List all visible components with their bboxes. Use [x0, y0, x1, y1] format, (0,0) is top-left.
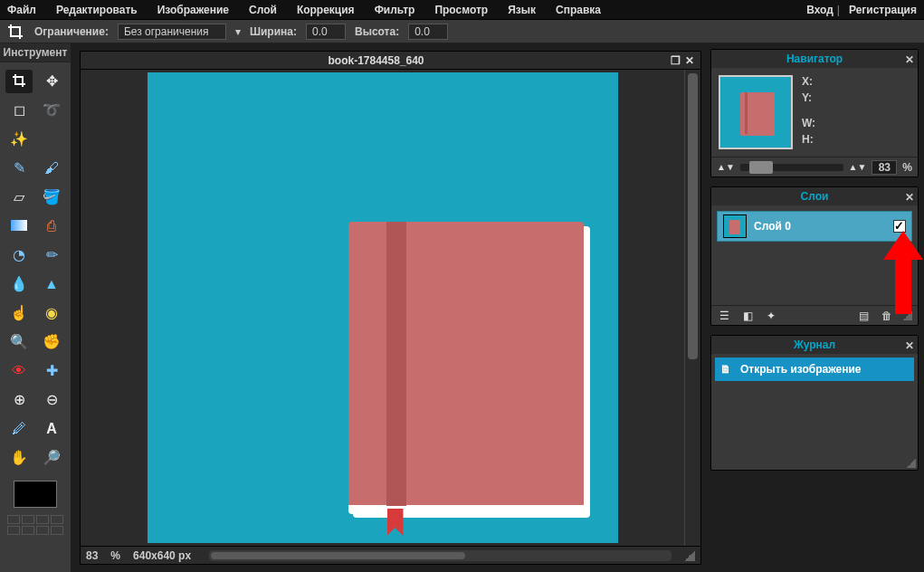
- tool-text[interactable]: A: [38, 417, 65, 441]
- smudge-icon: ☝: [10, 306, 28, 320]
- tool-replace-color[interactable]: ◔: [5, 243, 33, 267]
- tool-wand[interactable]: ✨: [5, 128, 33, 151]
- history-title: Журнал: [794, 338, 835, 351]
- register-link[interactable]: Регистрация: [849, 4, 917, 16]
- tool-bucket[interactable]: 🪣: [38, 186, 65, 209]
- height-input[interactable]: 0.0: [408, 24, 448, 40]
- tool-sharpen[interactable]: ▲: [38, 272, 65, 296]
- zoom-value: 83: [86, 549, 98, 562]
- layers-resize-grip-icon[interactable]: [903, 311, 912, 320]
- tool-marquee[interactable]: ◻: [5, 99, 33, 122]
- login-link[interactable]: Вход: [806, 4, 834, 16]
- tool-redeye[interactable]: 👁: [5, 359, 33, 383]
- menu-view[interactable]: Просмотр: [434, 4, 488, 16]
- menu-adjust[interactable]: Коррекция: [297, 4, 355, 16]
- document-window: book-1784458_640 ❐ ✕ 83: [80, 51, 701, 565]
- tool-heal[interactable]: ✚: [38, 359, 65, 383]
- tool-lasso[interactable]: ➰: [38, 99, 65, 122]
- tool-brush[interactable]: 🖌: [38, 157, 65, 180]
- burn-icon: ✊: [43, 335, 61, 349]
- menu-edit[interactable]: Редактировать: [56, 4, 138, 16]
- vertical-scrollbar[interactable]: [684, 70, 700, 546]
- menu-lang[interactable]: Язык: [508, 4, 536, 16]
- resize-grip-icon[interactable]: [684, 550, 695, 561]
- hand-icon: ✋: [10, 451, 28, 465]
- dodge-icon: 🔍: [10, 335, 28, 349]
- zoom-out-icon[interactable]: ▲▼: [717, 162, 735, 172]
- window-close-icon[interactable]: ✕: [682, 54, 697, 67]
- canvas-area[interactable]: [81, 70, 684, 546]
- horizontal-scrollbar[interactable]: [209, 550, 672, 561]
- tool-burn[interactable]: ✊: [38, 330, 65, 354]
- menu-image[interactable]: Изображение: [157, 4, 229, 16]
- tool-move[interactable]: ✥: [38, 70, 65, 93]
- navigator-zoom-pct: %: [902, 161, 912, 174]
- tool-draw[interactable]: ✏: [38, 243, 65, 267]
- layer-new-icon[interactable]: ▤: [856, 309, 871, 323]
- layer-name[interactable]: Слой 0: [754, 220, 886, 233]
- menu-layer[interactable]: Слой: [249, 4, 277, 16]
- history-entry[interactable]: 🗎 Открыть изображение: [715, 358, 914, 381]
- zoom-slider[interactable]: [740, 164, 843, 171]
- constraint-select[interactable]: Без ограничения: [118, 24, 226, 40]
- sponge-icon: ◉: [45, 306, 58, 320]
- constraint-caret-icon[interactable]: ▾: [235, 25, 241, 38]
- width-input[interactable]: 0.0: [306, 24, 346, 40]
- layers-close-icon[interactable]: ✕: [905, 188, 914, 206]
- tool-pencil[interactable]: ✎: [5, 157, 33, 180]
- tool-blur[interactable]: 💧: [5, 272, 33, 296]
- foreground-color-swatch[interactable]: [14, 481, 57, 508]
- tool-bloat[interactable]: ⊕: [5, 388, 33, 412]
- menu-file[interactable]: Файл: [7, 4, 36, 16]
- toolbox-title: Инструмент: [0, 43, 71, 62]
- drop-icon: 💧: [10, 277, 28, 291]
- layer-thumbnail: [723, 214, 747, 238]
- color-swatches[interactable]: [7, 515, 63, 535]
- crop-icon: [12, 73, 26, 91]
- layer-settings-icon[interactable]: ☰: [717, 309, 731, 323]
- tool-pinch[interactable]: ⊖: [38, 388, 65, 412]
- navigator-zoom-value[interactable]: 83: [872, 160, 897, 175]
- tool-gradient[interactable]: [5, 214, 33, 238]
- tool-zoom[interactable]: 🔎: [38, 446, 65, 470]
- layer-mask-icon[interactable]: ◧: [740, 309, 755, 323]
- constraint-label: Ограничение:: [34, 25, 109, 38]
- layer-delete-icon[interactable]: 🗑: [880, 309, 894, 323]
- gradient-icon: [11, 219, 27, 234]
- image-content: [148, 72, 618, 543]
- tool-eraser[interactable]: ▱: [5, 186, 33, 209]
- tool-sponge[interactable]: ◉: [38, 301, 65, 325]
- zoom-pct: %: [110, 549, 120, 562]
- width-label: Ширина:: [250, 25, 297, 38]
- history-entry-label: Открыть изображение: [740, 363, 862, 376]
- draw-icon: ✏: [46, 248, 58, 262]
- history-close-icon[interactable]: ✕: [905, 337, 914, 355]
- tool-dodge[interactable]: 🔍: [5, 330, 33, 354]
- tool-hand[interactable]: ✋: [5, 446, 33, 470]
- nav-x: X:: [802, 75, 910, 88]
- nav-y: Y:: [802, 91, 910, 104]
- zoom-in-icon[interactable]: ▲▼: [849, 162, 867, 172]
- navigator-title: Навигатор: [786, 52, 843, 65]
- marquee-icon: ◻: [14, 103, 25, 118]
- color-replace-icon: ◔: [13, 248, 25, 262]
- history-resize-grip-icon[interactable]: [907, 459, 916, 468]
- tool-crop[interactable]: [5, 70, 33, 93]
- navigator-close-icon[interactable]: ✕: [905, 51, 914, 69]
- crop-tool-icon: [5, 22, 25, 42]
- layers-panel: Слои ✕ Слой 0 ☰ ◧ ✦ ▤ 🗑: [710, 186, 919, 326]
- : [38, 128, 65, 151]
- tool-smudge[interactable]: ☝: [5, 301, 33, 325]
- window-maximize-icon[interactable]: ❐: [668, 54, 682, 67]
- navigator-thumbnail[interactable]: [719, 75, 793, 149]
- layer-row[interactable]: Слой 0: [717, 211, 912, 242]
- menu-filter[interactable]: Фильтр: [375, 4, 415, 16]
- layer-fx-icon[interactable]: ✦: [764, 309, 778, 323]
- tool-eyedrop[interactable]: 🖉: [5, 417, 33, 441]
- layer-visibility-checkbox[interactable]: [893, 220, 906, 233]
- history-panel: Журнал ✕ 🗎 Открыть изображение: [710, 335, 919, 471]
- menu-help[interactable]: Справка: [556, 4, 601, 16]
- wand-icon: ✨: [10, 132, 28, 147]
- bloat-icon: ⊕: [14, 393, 25, 407]
- tool-clone[interactable]: ⎙: [38, 214, 65, 238]
